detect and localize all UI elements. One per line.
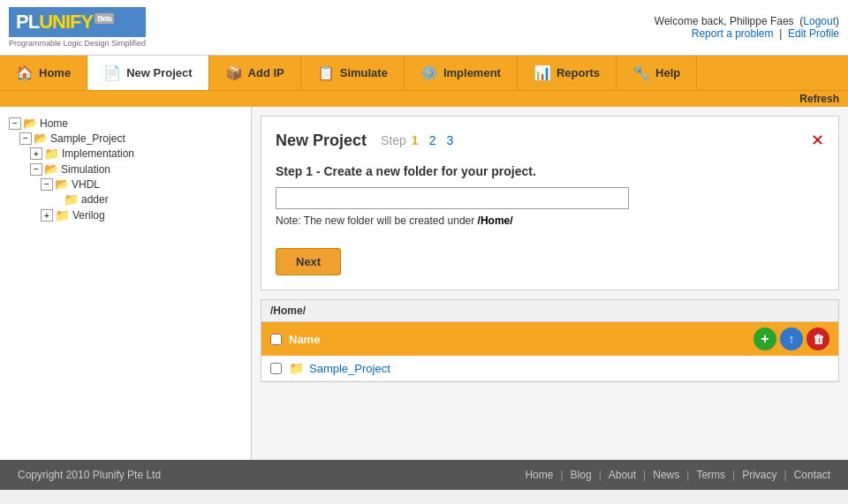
- tree-label-vhdl: VHDL: [72, 178, 100, 191]
- footer-link-terms[interactable]: Terms: [696, 469, 725, 481]
- folder-icon-sample: 📁: [289, 361, 304, 375]
- nav-tab-help-label: Help: [655, 66, 680, 79]
- tree-label-implementation: Implementation: [62, 147, 134, 160]
- nav-tab-help[interactable]: 🔧 Help: [617, 56, 697, 90]
- nav-tab-add-ip-label: Add IP: [248, 66, 284, 79]
- fb-header: Name + ↑ 🗑: [261, 322, 838, 356]
- logo-unify: UNIFY: [39, 11, 93, 33]
- folder-name-input[interactable]: [276, 187, 629, 209]
- tree-label-verilog: Verilog: [72, 209, 105, 222]
- help-icon: 🔧: [632, 64, 650, 81]
- fb-name-column-header: Name: [289, 333, 753, 346]
- logo-subtitle: Programmable Logic Design Simplified: [9, 39, 146, 48]
- fb-up-button[interactable]: ↑: [780, 327, 803, 350]
- implement-icon: ⚙️: [420, 64, 438, 81]
- nav-tab-add-ip[interactable]: 📦 Add IP: [209, 56, 301, 90]
- tree-label-home: Home: [40, 117, 68, 130]
- footer-sep-5: |: [732, 469, 735, 481]
- fb-delete-button[interactable]: 🗑: [806, 327, 829, 350]
- refresh-link[interactable]: Refresh: [799, 93, 839, 105]
- folder-icon-home: 📂: [23, 117, 37, 130]
- logo-area: PLUNIFYBeta Programmable Logic Design Si…: [9, 7, 146, 48]
- footer-sep-4: |: [686, 469, 689, 481]
- tree-item-vhdl[interactable]: − 📂 VHDL: [41, 177, 242, 192]
- file-browser: /Home/ Name + ↑ 🗑 📁 Sample_Project: [261, 299, 839, 382]
- new-project-icon: 📄: [103, 64, 121, 81]
- tree-toggle-home[interactable]: −: [9, 117, 21, 130]
- fb-link-sample-project[interactable]: Sample_Project: [309, 362, 390, 375]
- footer-link-home[interactable]: Home: [525, 469, 553, 481]
- header-links: Report a problem | Edit Profile: [655, 27, 839, 40]
- footer-links: Home | Blog | About | News | Terms | Pri…: [525, 469, 830, 481]
- np-step-2[interactable]: 2: [429, 133, 436, 147]
- fb-add-button[interactable]: +: [753, 327, 776, 350]
- logo-pl: PL: [16, 11, 39, 33]
- tree-toggle-vhdl[interactable]: −: [41, 178, 53, 191]
- tree-toggle-implementation[interactable]: +: [30, 147, 42, 160]
- logo-beta: Beta: [95, 13, 114, 24]
- np-step-label: Step: [381, 133, 406, 147]
- header-sep: |: [779, 27, 782, 40]
- add-ip-icon: 📦: [225, 64, 243, 81]
- tree-toggle-simulation[interactable]: −: [30, 163, 42, 176]
- sidebar: − 📂 Home − 📂 Sample_Project + 📁 Implemen…: [0, 107, 252, 460]
- tree-toggle-sample-project[interactable]: −: [19, 132, 32, 145]
- edit-profile-link[interactable]: Edit Profile: [788, 27, 839, 40]
- logout-link[interactable]: Logout: [803, 15, 836, 27]
- content: New Project Step 1 2 3 ✕ Step 1 - Create…: [252, 107, 848, 460]
- tree-label-adder: adder: [81, 193, 109, 206]
- reports-icon: 📊: [534, 64, 551, 81]
- logo-box: PLUNIFYBeta: [9, 7, 146, 37]
- nav-tab-reports-label: Reports: [556, 66, 600, 79]
- np-close-button[interactable]: ✕: [811, 131, 824, 150]
- nav: 🏠 Home 📄 New Project 📦 Add IP 📋 Simulate…: [0, 56, 848, 90]
- folder-icon-verilog: 📁: [55, 208, 70, 222]
- footer-link-about[interactable]: About: [609, 469, 636, 481]
- folder-icon-simulation: 📂: [44, 162, 58, 176]
- nav-tab-new-project[interactable]: 📄 New Project: [87, 56, 208, 90]
- refresh-bar: Refresh: [0, 90, 848, 107]
- fb-row-checkbox[interactable]: [270, 363, 282, 374]
- report-problem-link[interactable]: Report a problem: [692, 27, 774, 40]
- nav-tab-home[interactable]: 🏠 Home: [0, 56, 87, 90]
- next-button[interactable]: Next: [276, 248, 341, 275]
- nav-tab-new-project-label: New Project: [126, 66, 192, 79]
- tree-item-sample-project[interactable]: − 📂 Sample_Project: [19, 131, 242, 146]
- header-right: Welcome back, Philippe Faes (Logout) Rep…: [655, 15, 839, 40]
- folder-icon-vhdl: 📂: [55, 177, 69, 191]
- folder-icon-implementation: 📁: [44, 147, 59, 161]
- np-note-path: /Home/: [478, 214, 513, 227]
- np-header: New Project Step 1 2 3 ✕: [276, 131, 824, 150]
- nav-tab-implement-label: Implement: [443, 66, 501, 79]
- nav-tab-simulate-label: Simulate: [340, 66, 388, 79]
- logo-text: PLUNIFYBeta: [16, 11, 114, 34]
- tree-item-simulation[interactable]: − 📂 Simulation: [30, 162, 242, 177]
- fb-select-all-checkbox[interactable]: [270, 334, 282, 345]
- np-step-1[interactable]: 1: [412, 133, 419, 147]
- np-note-prefix: Note: The new folder will be created und…: [276, 214, 474, 227]
- np-step-3[interactable]: 3: [446, 133, 453, 147]
- header: PLUNIFYBeta Programmable Logic Design Si…: [0, 0, 848, 56]
- tree-toggle-verilog[interactable]: +: [41, 209, 53, 222]
- footer-copyright: Copyright 2010 Plunify Pte Ltd: [18, 469, 161, 481]
- footer-link-contact[interactable]: Contact: [794, 469, 830, 481]
- footer-sep-1: |: [560, 469, 563, 481]
- tree-item-implementation[interactable]: + 📁 Implementation: [30, 146, 242, 162]
- footer-link-news[interactable]: News: [653, 469, 679, 481]
- nav-tab-home-label: Home: [39, 66, 71, 79]
- footer-link-privacy[interactable]: Privacy: [742, 469, 776, 481]
- tree-item-adder[interactable]: 📁 adder: [51, 192, 242, 207]
- footer-sep-3: |: [643, 469, 646, 481]
- welcome-message: Welcome back, Philippe Faes (Logout): [655, 15, 839, 27]
- nav-tab-simulate[interactable]: 📋 Simulate: [301, 56, 405, 90]
- nav-tab-reports[interactable]: 📊 Reports: [518, 56, 617, 90]
- np-note: Note: The new folder will be created und…: [276, 214, 824, 227]
- footer-sep-2: |: [599, 469, 602, 481]
- tree-label-simulation: Simulation: [61, 163, 110, 176]
- tree-item-home[interactable]: − 📂 Home: [9, 116, 242, 131]
- footer-link-blog[interactable]: Blog: [571, 469, 592, 481]
- nav-tab-implement[interactable]: ⚙️ Implement: [405, 56, 518, 90]
- footer: Copyright 2010 Plunify Pte Ltd Home | Bl…: [0, 460, 848, 490]
- tree-item-verilog[interactable]: + 📁 Verilog: [41, 207, 242, 223]
- tree-label-sample-project: Sample_Project: [50, 132, 125, 145]
